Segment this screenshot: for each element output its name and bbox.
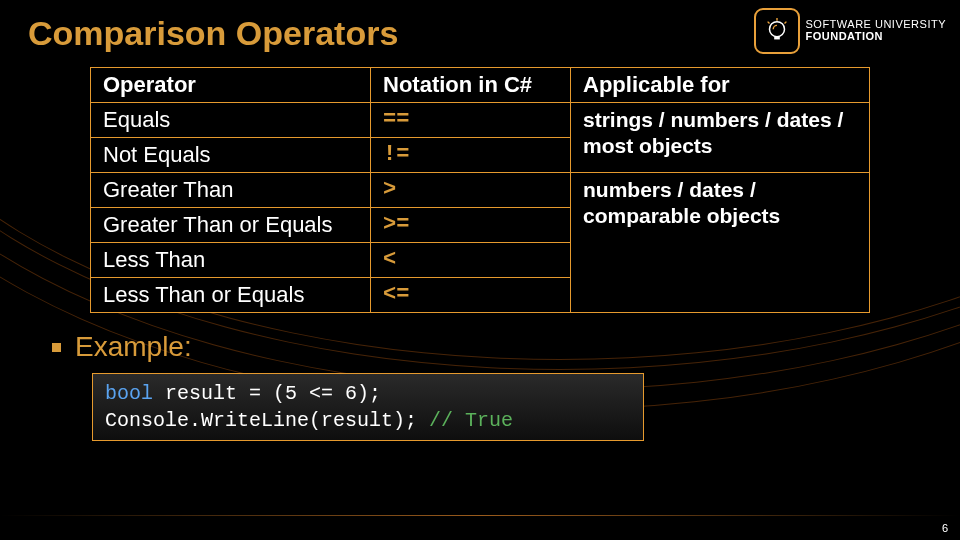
- op-name: Not Equals: [91, 138, 371, 173]
- code-keyword: bool: [105, 382, 153, 405]
- op-name: Greater Than or Equals: [91, 208, 371, 243]
- op-name: Equals: [91, 103, 371, 138]
- example-heading: Example:: [52, 331, 932, 363]
- applicable-group-2: numbers / dates / comparable objects: [571, 173, 870, 313]
- logo-text-line2: FOUNDATION: [806, 31, 947, 43]
- code-text: Console.WriteLine(result);: [105, 409, 429, 432]
- bullet-icon: [52, 343, 61, 352]
- svg-line-2: [767, 22, 769, 24]
- page-number: 6: [942, 522, 948, 534]
- code-example: bool result = (5 <= 6); Console.WriteLin…: [92, 373, 644, 441]
- table-header-row: Operator Notation in C# Applicable for: [91, 68, 870, 103]
- op-name: Greater Than: [91, 173, 371, 208]
- col-header-notation: Notation in C#: [371, 68, 571, 103]
- svg-point-0: [769, 22, 784, 37]
- operators-table: Operator Notation in C# Applicable for E…: [90, 67, 870, 313]
- op-notation: <: [371, 243, 571, 278]
- code-text: result = (5 <= 6);: [153, 382, 381, 405]
- decorative-divider: [0, 515, 960, 516]
- svg-line-3: [784, 22, 786, 24]
- table-row: Greater Than > numbers / dates / compara…: [91, 173, 870, 208]
- applicable-group-1: strings / numbers / dates / most objects: [571, 103, 870, 173]
- op-name: Less Than or Equals: [91, 278, 371, 313]
- op-notation: ==: [371, 103, 571, 138]
- lightbulb-icon: [754, 8, 800, 54]
- op-notation: !=: [371, 138, 571, 173]
- col-header-operator: Operator: [91, 68, 371, 103]
- example-label: Example:: [75, 331, 192, 363]
- brand-logo: SOFTWARE UNIVERSITY FOUNDATION: [754, 8, 947, 54]
- op-notation: <=: [371, 278, 571, 313]
- op-notation: >=: [371, 208, 571, 243]
- code-comment: // True: [429, 409, 513, 432]
- op-name: Less Than: [91, 243, 371, 278]
- col-header-applicable: Applicable for: [571, 68, 870, 103]
- table-row: Equals == strings / numbers / dates / mo…: [91, 103, 870, 138]
- op-notation: >: [371, 173, 571, 208]
